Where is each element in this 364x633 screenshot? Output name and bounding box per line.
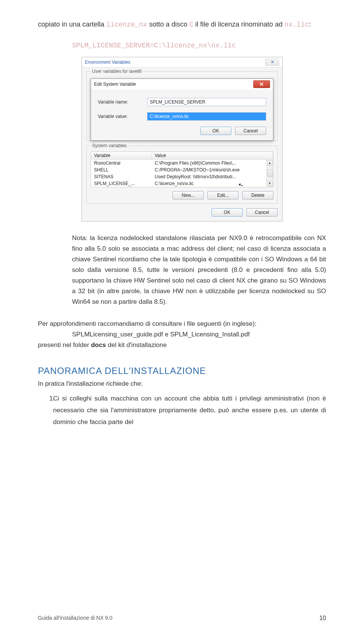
env-bottom-buttons: OK Cancel	[86, 208, 278, 217]
inner-dialog-title: Edit System Variable	[94, 82, 136, 87]
intro-paragraph: copiato in una cartella licenze_nx sotto…	[38, 19, 326, 30]
close-icon[interactable]: ✕	[253, 80, 270, 88]
recommend-presence-suffix: del kit d'installazione	[106, 341, 167, 349]
panoramica-heading: PANORAMICA DELL'INSTALLAZIONE	[38, 366, 326, 376]
page-number: 10	[319, 615, 326, 622]
env-variables-window: Environment Variables ✕ User variables f…	[82, 57, 282, 221]
variable-name-label: Variable name:	[98, 99, 147, 105]
intro-renamed: nx.lic	[284, 21, 309, 28]
user-variables-group: User variables for iavellil Edit System …	[86, 71, 278, 141]
sys-table-body: RoxioCentral C:\Program Files (x86)\Comm…	[91, 160, 273, 187]
list-body: Ci si colleghi sulla macchina con un acc…	[53, 393, 326, 428]
system-variables-group: System variables Variable Value RoxioCen…	[86, 146, 278, 204]
ok-button[interactable]: OK	[212, 208, 243, 217]
sys-col-variable[interactable]: Variable	[91, 152, 152, 159]
sys-val: C:/PROGRA~2/MKSTOO~1/mksnt/sh.exe	[152, 166, 266, 173]
intro-mid2: il file di licenza rinominato ad	[193, 20, 284, 28]
variable-name-row: Variable name: SPLM_LICENSE_SERVER	[98, 98, 266, 106]
user-variables-label: User variables for iavellil	[91, 69, 143, 74]
sys-var: SHELL	[91, 166, 152, 173]
sys-var-buttons: New... Edit... Delete	[91, 191, 273, 199]
pratica-line: In pratica l'installazione richiede che:	[38, 379, 326, 389]
inner-dialog-header: Edit System Variable ✕	[91, 79, 273, 90]
scroll-thumb[interactable]	[267, 170, 273, 177]
cursor-icon: ↖	[237, 181, 245, 187]
sys-col-value[interactable]: Value	[152, 152, 273, 159]
sys-var: RoxioCentral	[91, 160, 152, 166]
edit-system-variable-dialog: Edit System Variable ✕ Variable name: SP…	[91, 79, 273, 141]
intro-colon: :	[309, 20, 311, 28]
system-variables-table: Variable Value RoxioCentral C:\Program F…	[91, 151, 273, 187]
sys-var: SITENAS	[91, 173, 152, 180]
sys-val: C:\licenze_nx\nx.lic ↖	[152, 180, 266, 187]
recommend-presence-bold: docs	[91, 341, 106, 349]
intro-folder: licenze_nx	[106, 21, 147, 28]
env-window-body: User variables for iavellil Edit System …	[82, 68, 282, 221]
table-row[interactable]: SPLM_LICENSE_... C:\licenze_nx\nx.lic ↖	[91, 180, 266, 187]
sys-val: C:\Program Files (x86)\Common Files\...	[152, 160, 266, 166]
delete-button[interactable]: Delete	[242, 191, 273, 199]
cancel-button[interactable]: Cancel	[246, 208, 278, 217]
page-footer: Guida all'installazione di NX 9.0 10	[38, 615, 326, 622]
system-variables-label: System variables	[91, 143, 128, 148]
table-row[interactable]: SHELL C:/PROGRA~2/MKSTOO~1/mksnt/sh.exe	[91, 166, 266, 173]
cancel-button[interactable]: Cancel	[235, 127, 266, 135]
server-line: SPLM_LICENSE_SERVER=C:\licenze_nx\nx.lic	[72, 42, 326, 49]
close-icon[interactable]: ✕	[265, 59, 279, 66]
sys-scrollbar[interactable]: ▲ ▼	[266, 160, 273, 187]
user-vars-empty-area	[91, 75, 273, 79]
scroll-down-icon[interactable]: ▼	[267, 181, 273, 186]
sys-val: Used DeployRoot: \\ittrnsrv10\distributi…	[152, 173, 266, 180]
env-window-header: Environment Variables ✕	[82, 57, 282, 68]
recommend-line: Per approfondimenti raccomandiamo di con…	[38, 319, 326, 329]
new-button[interactable]: New...	[173, 191, 204, 199]
env-window-title: Environment Variables	[85, 60, 130, 65]
table-row[interactable]: RoxioCentral C:\Program Files (x86)\Comm…	[91, 160, 266, 166]
recommend-presence: presenti nel folder docs del kit d'insta…	[38, 340, 326, 350]
sys-var: SPLM_LICENSE_...	[91, 180, 152, 187]
intro-drive: C	[189, 21, 193, 28]
recommend-files: SPLMLicensing_user_guide.pdf e SPLM_Lice…	[72, 329, 326, 340]
intro-prefix: copiato in una cartella	[38, 20, 106, 28]
inner-dialog-body: Variable name: SPLM_LICENSE_SERVER Varia…	[91, 90, 273, 140]
intro-mid1: sotto a disco	[147, 20, 189, 28]
list-number: 1.	[38, 393, 53, 428]
ok-button[interactable]: OK	[200, 127, 231, 135]
variable-name-input[interactable]: SPLM_LICENSE_SERVER	[147, 98, 266, 106]
variable-value-row: Variable value: C:\licenze_nx\nx.lic	[98, 112, 266, 121]
recommend-presence-prefix: presenti nel folder	[38, 341, 91, 349]
edit-button[interactable]: Edit...	[207, 191, 238, 199]
scroll-up-icon[interactable]: ▲	[267, 160, 273, 166]
sys-rows: RoxioCentral C:\Program Files (x86)\Comm…	[91, 160, 266, 187]
list-item: 1. Ci si colleghi sulla macchina con un …	[38, 393, 326, 428]
nota-paragraph: Nota: la licenza nodelocked standalone r…	[72, 233, 326, 307]
variable-value-input[interactable]: C:\licenze_nx\nx.lic	[147, 112, 266, 121]
footer-title: Guida all'installazione di NX 9.0	[38, 615, 112, 622]
variable-value-label: Variable value:	[98, 114, 147, 119]
inner-dialog-buttons: OK Cancel	[98, 127, 266, 135]
table-row[interactable]: SITENAS Used DeployRoot: \\ittrnsrv10\di…	[91, 173, 266, 180]
sys-table-head: Variable Value	[91, 152, 273, 160]
